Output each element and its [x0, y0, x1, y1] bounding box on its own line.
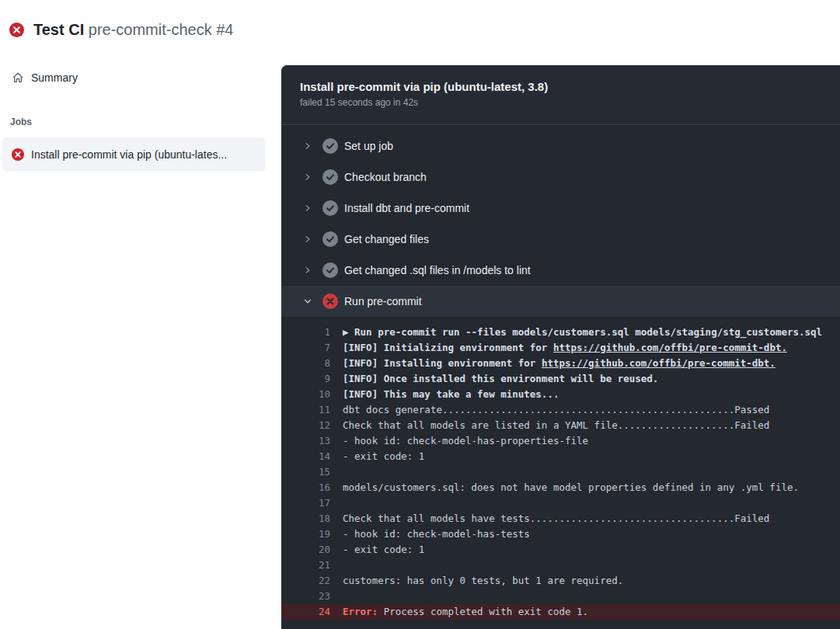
step-label: Get changed .sql files in /models to lin… [344, 264, 531, 276]
log-text-segment: [INFO] Installing environment for [343, 357, 542, 369]
log-text-segment: models/customers.sql: does not have mode… [343, 481, 799, 493]
step-failed-icon [322, 294, 338, 309]
log-text-segment: [INFO] Once installed this environment w… [343, 373, 658, 384]
log-line-number[interactable]: 24 [281, 604, 330, 620]
log-line-text: - hook id: check-model-has-properties-fi… [343, 433, 588, 449]
step-row[interactable]: Set up job [281, 130, 840, 162]
log-line-number[interactable]: 17 [281, 495, 330, 511]
log-line: 13- hook id: check-model-has-properties-… [281, 433, 840, 449]
step-row[interactable]: Run pre-commit [281, 286, 840, 317]
log-line-number[interactable]: 12 [281, 418, 330, 433]
log-line-text: - exit code: 1 [343, 542, 424, 558]
log-text-segment: [INFO] Initializing environment for [343, 342, 553, 353]
log-line-text: Error: Process completed with exit code … [343, 604, 588, 620]
log-text-segment: - hook id: check-model-has-properties-fi… [343, 435, 588, 447]
jobs-section-label: Jobs [0, 90, 281, 127]
log-line-text: - exit code: 1 [343, 449, 424, 464]
chevron-down-icon[interactable] [303, 297, 312, 306]
run-command-arrow-icon: ▶ [343, 326, 354, 338]
sidebar-job-item[interactable]: Install pre-commit via pip (ubuntu-lates… [2, 137, 266, 172]
log-text-segment: [INFO] This may take a few minutes... [343, 388, 559, 400]
steps-list: Set up jobCheckout branchInstall dbt and… [281, 125, 840, 317]
log-line: 20- exit code: 1 [281, 542, 840, 558]
summary-label: Summary [31, 71, 78, 84]
sidebar-item-summary[interactable]: Summary [0, 65, 281, 90]
panel-header: Install pre-commit via pip (ubuntu-lates… [281, 65, 840, 125]
log-line-text: Check that all models have tests........… [343, 511, 769, 526]
run-title: Test CI pre-commit-check #4 [33, 21, 233, 39]
step-row[interactable]: Get changed .sql files in /models to lin… [281, 255, 840, 286]
log-line-number[interactable]: 7 [281, 340, 330, 356]
log-text-segment: Check that all models have tests........… [343, 513, 769, 524]
log-line-text: customers: has only 0 tests, but 1 are r… [343, 573, 623, 589]
step-label: Get changed files [344, 233, 429, 245]
panel-title: Install pre-commit via pip (ubuntu-lates… [300, 80, 840, 93]
log-line-number[interactable]: 19 [281, 526, 330, 542]
log-line: 14- exit code: 1 [281, 449, 840, 464]
log-line-number[interactable]: 13 [281, 433, 330, 449]
chevron-right-icon[interactable] [303, 141, 312, 151]
step-success-icon [322, 262, 338, 278]
log-line: 8[INFO] Installing environment for https… [281, 356, 840, 371]
log-line-number[interactable]: 9 [281, 371, 330, 387]
log-line: 23 [281, 589, 840, 604]
home-icon [12, 71, 24, 84]
step-success-icon [322, 169, 338, 185]
log-line-text: dbt docs generate.......................… [343, 402, 769, 418]
log-line-text: [INFO] This may take a few minutes... [343, 387, 559, 402]
chevron-right-icon[interactable] [303, 172, 312, 182]
log-line: 24Error: Process completed with exit cod… [281, 604, 840, 620]
log-line: 21 [281, 558, 840, 573]
log-text-segment: customers: has only 0 tests, but 1 are r… [343, 575, 623, 586]
log-line: 12Check that all models are listed in a … [281, 418, 840, 433]
panel-subtitle: failed 15 seconds ago in 42s [300, 97, 840, 108]
sidebar: Summary Jobs Install pre-commit via pip … [0, 65, 281, 172]
log-line-text: [INFO] Once installed this environment w… [343, 371, 658, 387]
log-line: 18Check that all models have tests......… [281, 511, 840, 526]
log-line-number[interactable]: 22 [281, 573, 330, 589]
log-line-number[interactable]: 21 [281, 558, 330, 573]
log-line-text: - hook id: check-model-has-tests [343, 526, 530, 542]
log-line: 1▶ Run pre-commit run --files models/cus… [281, 325, 840, 340]
log-line-number[interactable]: 16 [281, 480, 330, 495]
log-line-number[interactable]: 15 [281, 464, 330, 480]
log-line-number[interactable]: 1 [281, 325, 330, 340]
log-line-number[interactable]: 8 [281, 356, 330, 371]
step-label: Install dbt and pre-commit [344, 202, 469, 214]
step-success-icon [322, 138, 338, 154]
log-line-text: models/customers.sql: does not have mode… [343, 480, 799, 495]
step-row[interactable]: Checkout branch [281, 162, 840, 193]
log-line-number[interactable]: 14 [281, 449, 330, 464]
log-line: 10[INFO] This may take a few minutes... [281, 387, 840, 402]
step-success-icon [322, 200, 338, 216]
log-text-segment: - exit code: 1 [343, 544, 424, 555]
run-failed-icon [9, 23, 24, 37]
log-line-number[interactable]: 23 [281, 589, 330, 604]
log-text-segment: - hook id: check-model-has-tests [343, 528, 530, 540]
run-header: Test CI pre-commit-check #4 [0, 0, 233, 39]
log-line: 17 [281, 495, 840, 511]
log-text-segment: dbt docs generate.......................… [343, 404, 769, 415]
log-link[interactable]: https://github.com/offbi/pre-commit-dbt. [553, 342, 787, 353]
step-success-icon [322, 231, 338, 247]
chevron-right-icon[interactable] [303, 203, 312, 213]
workflow-name: Test CI [33, 21, 84, 38]
log-line-number[interactable]: 20 [281, 542, 330, 558]
step-row[interactable]: Get changed files [281, 224, 840, 255]
log-line-number[interactable]: 18 [281, 511, 330, 526]
log-line: 11dbt docs generate.....................… [281, 402, 840, 418]
chevron-right-icon[interactable] [303, 266, 312, 275]
step-label: Set up job [344, 140, 393, 152]
log-link[interactable]: https://github.com/offbi/pre-commit-dbt. [542, 357, 776, 369]
log-line: 9[INFO] Once installed this environment … [281, 371, 840, 387]
log-text-segment: Check that all models are listed in a YA… [343, 419, 769, 431]
log-line-number[interactable]: 10 [281, 387, 330, 402]
log-line-number[interactable]: 11 [281, 402, 330, 418]
log-line-text: Check that all models are listed in a YA… [343, 418, 769, 433]
log-output: 1▶ Run pre-commit run --files models/cus… [281, 317, 840, 620]
step-row[interactable]: Install dbt and pre-commit [281, 193, 840, 224]
log-text-segment: Process completed with exit code 1. [378, 606, 588, 617]
step-label: Checkout branch [344, 171, 427, 183]
chevron-right-icon[interactable] [303, 235, 312, 244]
run-name: pre-commit-check #4 [89, 21, 234, 38]
